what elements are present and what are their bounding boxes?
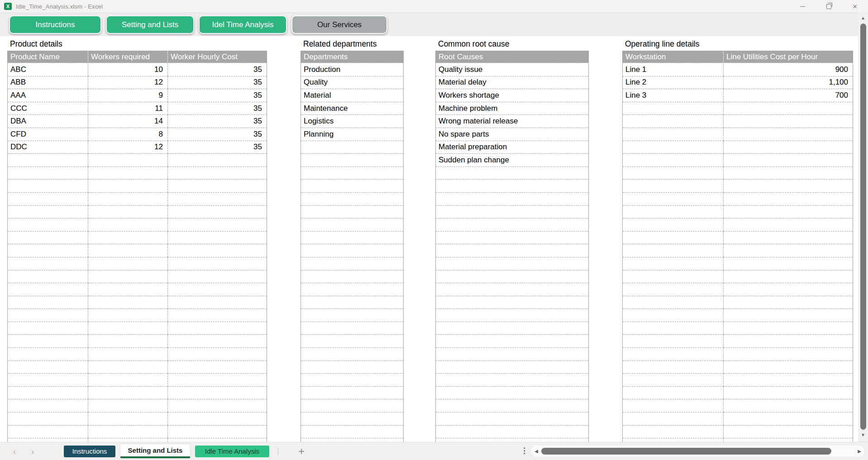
vertical-scrollbar-thumb[interactable] (860, 24, 866, 430)
setting-and-lists-button[interactable]: Setting and Lists (106, 15, 194, 34)
cell[interactable] (623, 386, 724, 399)
cell[interactable] (88, 180, 168, 193)
cell[interactable] (436, 425, 589, 438)
cell[interactable] (8, 348, 88, 361)
cell[interactable] (724, 386, 853, 399)
cell[interactable] (8, 309, 88, 322)
cell[interactable] (8, 386, 88, 399)
cell[interactable] (301, 205, 404, 218)
cell[interactable] (168, 231, 267, 244)
cell[interactable] (88, 270, 168, 283)
cell[interactable] (301, 192, 404, 205)
cell[interactable] (301, 360, 404, 374)
cell[interactable]: Material preparation (436, 141, 589, 154)
cell[interactable] (301, 141, 404, 154)
cell[interactable] (724, 425, 853, 438)
cell[interactable] (623, 154, 724, 167)
cell[interactable] (168, 180, 267, 193)
cell[interactable] (8, 322, 88, 335)
cell[interactable] (436, 335, 589, 348)
minimize-button[interactable] (789, 0, 816, 13)
cell[interactable] (301, 374, 404, 387)
cell[interactable] (88, 244, 168, 257)
cell[interactable]: CCC (8, 102, 88, 115)
cell[interactable] (168, 335, 267, 348)
instructions-button[interactable]: Instructions (9, 15, 101, 34)
cell[interactable] (436, 374, 589, 387)
cell[interactable] (724, 360, 853, 374)
cell[interactable] (168, 166, 267, 180)
cell[interactable] (623, 270, 724, 283)
next-sheet-icon[interactable]: › (29, 447, 36, 456)
cell[interactable]: Material delay (436, 76, 589, 89)
cell[interactable] (301, 154, 404, 167)
cell[interactable] (724, 141, 853, 154)
cell[interactable] (88, 309, 168, 322)
cell[interactable] (724, 309, 853, 322)
cell[interactable]: 12 (88, 76, 168, 89)
cell[interactable] (301, 231, 404, 244)
cell[interactable] (724, 231, 853, 244)
cell[interactable] (8, 154, 88, 167)
cell[interactable]: Maintenance (301, 102, 404, 115)
cell[interactable]: DDC (8, 141, 88, 154)
cell[interactable] (724, 335, 853, 348)
add-sheet-button[interactable]: + (298, 446, 305, 457)
cell[interactable] (436, 192, 589, 205)
cell[interactable] (623, 218, 724, 232)
cell[interactable] (623, 244, 724, 257)
cell[interactable]: 8 (88, 128, 168, 141)
cell[interactable]: Logistics (301, 115, 404, 128)
cell[interactable]: Line 1 (623, 63, 724, 76)
cell[interactable]: 35 (168, 63, 267, 76)
cell[interactable] (724, 180, 853, 193)
cell[interactable]: 35 (168, 128, 267, 141)
vertical-scrollbar[interactable]: ▲ ▼ (858, 13, 868, 442)
cell[interactable]: AAA (8, 89, 88, 102)
cell[interactable] (168, 296, 267, 309)
cell[interactable] (724, 399, 853, 413)
cell[interactable] (724, 128, 853, 141)
cell[interactable] (301, 322, 404, 335)
tab-scrollbar-splitter-icon[interactable]: ⋮ (520, 446, 528, 455)
cell[interactable] (168, 257, 267, 270)
cell[interactable] (436, 257, 589, 270)
restore-button[interactable] (816, 0, 842, 13)
cell[interactable] (623, 425, 724, 438)
cell[interactable] (623, 102, 724, 115)
cell[interactable] (436, 309, 589, 322)
cell[interactable] (724, 322, 853, 335)
cell[interactable] (301, 180, 404, 193)
cell[interactable] (88, 166, 168, 180)
cell[interactable] (623, 399, 724, 413)
cell[interactable] (436, 244, 589, 257)
cell[interactable] (88, 231, 168, 244)
cell[interactable]: Wrong material release (436, 115, 589, 128)
cell[interactable]: CFD (8, 128, 88, 141)
cell[interactable] (301, 270, 404, 283)
cell[interactable] (8, 231, 88, 244)
cell[interactable]: Line 2 (623, 76, 724, 89)
cell[interactable] (168, 425, 267, 438)
cell[interactable] (623, 322, 724, 335)
cell[interactable] (436, 231, 589, 244)
cell[interactable]: DBA (8, 115, 88, 128)
horizontal-scrollbar-thumb[interactable] (541, 448, 831, 455)
cell[interactable] (88, 205, 168, 218)
cell[interactable] (168, 218, 267, 232)
cell[interactable] (436, 413, 589, 426)
cell[interactable]: No spare parts (436, 128, 589, 141)
cell[interactable] (8, 244, 88, 257)
cell[interactable]: ABC (8, 63, 88, 76)
cell[interactable] (301, 166, 404, 180)
cell[interactable] (88, 322, 168, 335)
cell[interactable] (88, 413, 168, 426)
cell[interactable]: 700 (724, 89, 853, 102)
cell[interactable] (88, 192, 168, 205)
cell[interactable] (724, 413, 853, 426)
cell[interactable] (168, 270, 267, 283)
cell[interactable]: Line 3 (623, 89, 724, 102)
cell[interactable] (623, 128, 724, 141)
idel-time-analysis-button[interactable]: Idel Time Analysis (199, 15, 287, 34)
cell[interactable] (301, 348, 404, 361)
